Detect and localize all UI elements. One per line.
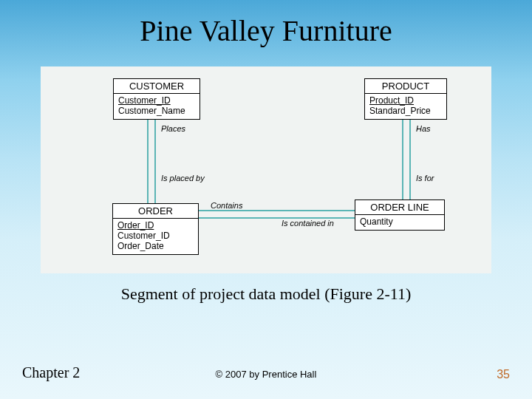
entity-order-line: ORDER LINE Quantity (355, 200, 445, 231)
entity-attr: Customer_ID (117, 231, 194, 241)
entity-pk: Product_ID (369, 95, 442, 106)
entity-attr: Standard_Price (369, 106, 442, 116)
rel-has: Has (416, 124, 431, 133)
entity-name: PRODUCT (365, 79, 446, 94)
entity-attr: Order_Date (117, 241, 194, 251)
rel-places: Places (161, 124, 185, 133)
entity-pk: Order_ID (117, 220, 194, 231)
entity-name: CUSTOMER (114, 79, 200, 94)
entity-product: PRODUCT Product_ID Standard_Price (364, 78, 447, 120)
footer-copyright: © 2007 by Prentice Hall (0, 369, 532, 380)
rel-contains: Contains (211, 201, 242, 210)
entity-order: ORDER Order_ID Customer_ID Order_Date (112, 203, 199, 255)
entity-attr: Customer_Name (118, 106, 195, 116)
entity-pk: Customer_ID (118, 95, 195, 106)
entity-attr: Quantity (360, 216, 440, 227)
entity-name: ORDER (113, 204, 198, 219)
rel-is-placed-by: Is placed by (161, 174, 205, 183)
figure-caption: Segment of project data model (Figure 2-… (0, 284, 532, 304)
page-title: Pine Valley Furniture (0, 0, 532, 48)
rel-is-for: Is for (416, 174, 434, 183)
rel-is-contained: Is contained in (282, 219, 334, 228)
entity-name: ORDER LINE (355, 200, 444, 215)
er-diagram: CUSTOMER Customer_ID Customer_Name PRODU… (41, 66, 491, 273)
footer-page-num: 35 (497, 368, 510, 381)
entity-customer: CUSTOMER Customer_ID Customer_Name (113, 78, 200, 120)
